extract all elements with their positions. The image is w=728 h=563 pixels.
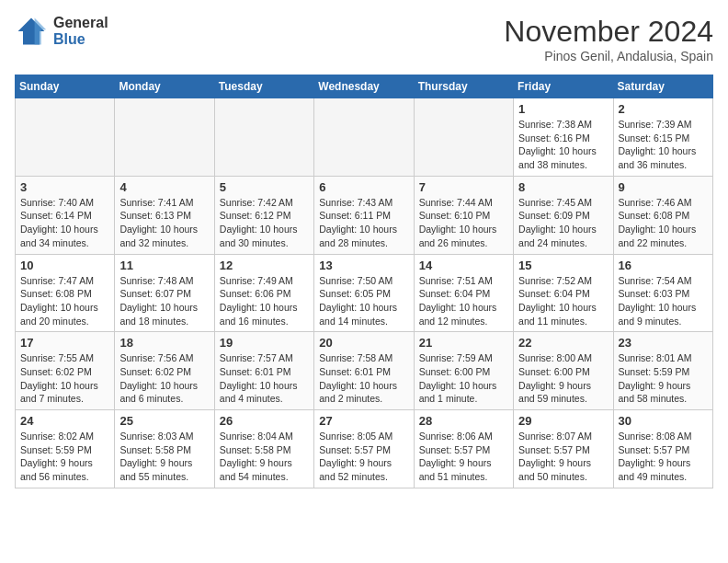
calendar-cell: 24Sunrise: 8:02 AM Sunset: 5:59 PM Dayli… xyxy=(16,410,115,488)
day-number: 17 xyxy=(20,336,109,350)
day-number: 28 xyxy=(419,414,508,428)
calendar-cell xyxy=(314,98,414,177)
day-info: Sunrise: 7:48 AM Sunset: 6:07 PM Dayligh… xyxy=(119,274,209,328)
calendar-cell: 11Sunrise: 7:48 AM Sunset: 6:07 PM Dayli… xyxy=(115,254,214,332)
day-number: 15 xyxy=(518,259,608,272)
weekday-header-wednesday: Wednesday xyxy=(314,75,414,98)
calendar-cell: 18Sunrise: 7:56 AM Sunset: 6:02 PM Dayli… xyxy=(115,332,214,410)
day-number: 26 xyxy=(220,414,309,428)
calendar-cell: 1Sunrise: 7:38 AM Sunset: 6:16 PM Daylig… xyxy=(514,98,613,177)
day-number: 3 xyxy=(20,180,109,194)
calendar-week-5: 24Sunrise: 8:02 AM Sunset: 5:59 PM Dayli… xyxy=(16,410,713,488)
day-number: 30 xyxy=(619,414,708,428)
calendar-cell: 19Sunrise: 7:57 AM Sunset: 6:01 PM Dayli… xyxy=(214,332,313,410)
location-subtitle: Pinos Genil, Andalusia, Spain xyxy=(504,49,713,63)
day-info: Sunrise: 8:07 AM Sunset: 5:57 PM Dayligh… xyxy=(518,430,608,484)
calendar-cell: 10Sunrise: 7:47 AM Sunset: 6:08 PM Dayli… xyxy=(16,254,115,332)
weekday-header-sunday: Sunday xyxy=(16,75,115,98)
day-info: Sunrise: 8:04 AM Sunset: 5:58 PM Dayligh… xyxy=(220,430,309,484)
calendar-table: SundayMondayTuesdayWednesdayThursdayFrid… xyxy=(15,75,713,488)
page-header: General Blue November 2024 Pinos Genil, … xyxy=(15,15,713,63)
weekday-header-monday: Monday xyxy=(115,75,214,98)
day-info: Sunrise: 7:42 AM Sunset: 6:12 PM Dayligh… xyxy=(220,196,309,250)
calendar-cell: 8Sunrise: 7:45 AM Sunset: 6:09 PM Daylig… xyxy=(514,176,613,254)
day-number: 25 xyxy=(119,414,209,428)
weekday-header-saturday: Saturday xyxy=(613,75,712,98)
day-number: 18 xyxy=(119,336,209,350)
day-info: Sunrise: 7:54 AM Sunset: 6:03 PM Dayligh… xyxy=(619,274,708,328)
day-info: Sunrise: 7:49 AM Sunset: 6:06 PM Dayligh… xyxy=(220,274,309,328)
day-number: 16 xyxy=(619,259,708,272)
day-number: 1 xyxy=(518,102,608,116)
day-number: 4 xyxy=(119,180,209,194)
day-info: Sunrise: 7:43 AM Sunset: 6:11 PM Dayligh… xyxy=(319,196,408,250)
day-number: 11 xyxy=(119,259,209,272)
calendar-cell xyxy=(214,98,313,177)
day-number: 5 xyxy=(220,180,309,194)
calendar-cell: 25Sunrise: 8:03 AM Sunset: 5:58 PM Dayli… xyxy=(115,410,214,488)
day-info: Sunrise: 7:41 AM Sunset: 6:13 PM Dayligh… xyxy=(119,196,209,250)
day-info: Sunrise: 7:47 AM Sunset: 6:08 PM Dayligh… xyxy=(20,274,109,328)
calendar-cell: 3Sunrise: 7:40 AM Sunset: 6:14 PM Daylig… xyxy=(16,176,115,254)
weekday-header-thursday: Thursday xyxy=(414,75,513,98)
day-number: 19 xyxy=(220,336,309,350)
day-number: 13 xyxy=(319,259,408,272)
calendar-cell xyxy=(115,98,214,177)
calendar-cell: 12Sunrise: 7:49 AM Sunset: 6:06 PM Dayli… xyxy=(214,254,313,332)
day-info: Sunrise: 8:02 AM Sunset: 5:59 PM Dayligh… xyxy=(20,430,109,484)
day-number: 20 xyxy=(319,336,408,350)
calendar-cell: 15Sunrise: 7:52 AM Sunset: 6:04 PM Dayli… xyxy=(514,254,613,332)
day-info: Sunrise: 7:55 AM Sunset: 6:02 PM Dayligh… xyxy=(20,351,109,406)
day-number: 29 xyxy=(518,414,608,428)
day-info: Sunrise: 8:01 AM Sunset: 5:59 PM Dayligh… xyxy=(619,351,708,406)
day-number: 23 xyxy=(619,336,708,350)
day-number: 27 xyxy=(319,414,408,428)
logo-blue: Blue xyxy=(53,31,108,48)
calendar-cell: 28Sunrise: 8:06 AM Sunset: 5:57 PM Dayli… xyxy=(414,410,513,488)
day-number: 2 xyxy=(619,102,708,116)
logo: General Blue xyxy=(15,15,108,48)
calendar-cell: 2Sunrise: 7:39 AM Sunset: 6:15 PM Daylig… xyxy=(613,98,712,177)
day-info: Sunrise: 8:05 AM Sunset: 5:57 PM Dayligh… xyxy=(319,430,408,484)
day-info: Sunrise: 7:45 AM Sunset: 6:09 PM Dayligh… xyxy=(518,196,608,250)
day-info: Sunrise: 7:59 AM Sunset: 6:00 PM Dayligh… xyxy=(419,351,508,406)
calendar-cell: 6Sunrise: 7:43 AM Sunset: 6:11 PM Daylig… xyxy=(314,176,414,254)
calendar-cell: 13Sunrise: 7:50 AM Sunset: 6:05 PM Dayli… xyxy=(314,254,414,332)
day-info: Sunrise: 7:38 AM Sunset: 6:16 PM Dayligh… xyxy=(518,118,608,172)
day-info: Sunrise: 7:56 AM Sunset: 6:02 PM Dayligh… xyxy=(119,351,209,406)
day-info: Sunrise: 8:08 AM Sunset: 5:57 PM Dayligh… xyxy=(619,430,708,484)
weekday-header-row: SundayMondayTuesdayWednesdayThursdayFrid… xyxy=(16,75,713,98)
day-info: Sunrise: 8:00 AM Sunset: 6:00 PM Dayligh… xyxy=(518,351,608,406)
calendar-cell: 26Sunrise: 8:04 AM Sunset: 5:58 PM Dayli… xyxy=(214,410,313,488)
title-block: November 2024 Pinos Genil, Andalusia, Sp… xyxy=(504,15,713,63)
day-number: 22 xyxy=(518,336,608,350)
calendar-cell: 5Sunrise: 7:42 AM Sunset: 6:12 PM Daylig… xyxy=(214,176,313,254)
month-title: November 2024 xyxy=(504,15,713,49)
calendar-cell: 27Sunrise: 8:05 AM Sunset: 5:57 PM Dayli… xyxy=(314,410,414,488)
calendar-cell: 14Sunrise: 7:51 AM Sunset: 6:04 PM Dayli… xyxy=(414,254,513,332)
calendar-week-1: 1Sunrise: 7:38 AM Sunset: 6:16 PM Daylig… xyxy=(16,98,713,177)
day-info: Sunrise: 7:52 AM Sunset: 6:04 PM Dayligh… xyxy=(518,274,608,328)
logo-icon xyxy=(15,15,48,48)
day-number: 7 xyxy=(419,180,508,194)
day-info: Sunrise: 8:03 AM Sunset: 5:58 PM Dayligh… xyxy=(119,430,209,484)
day-info: Sunrise: 7:51 AM Sunset: 6:04 PM Dayligh… xyxy=(419,274,508,328)
calendar-cell: 23Sunrise: 8:01 AM Sunset: 5:59 PM Dayli… xyxy=(613,332,712,410)
calendar-cell: 20Sunrise: 7:58 AM Sunset: 6:01 PM Dayli… xyxy=(314,332,414,410)
weekday-header-friday: Friday xyxy=(514,75,613,98)
day-info: Sunrise: 7:58 AM Sunset: 6:01 PM Dayligh… xyxy=(319,351,408,406)
day-number: 8 xyxy=(518,180,608,194)
logo-text: General Blue xyxy=(53,15,108,47)
day-info: Sunrise: 7:44 AM Sunset: 6:10 PM Dayligh… xyxy=(419,196,508,250)
calendar-cell: 16Sunrise: 7:54 AM Sunset: 6:03 PM Dayli… xyxy=(613,254,712,332)
calendar-cell xyxy=(16,98,115,177)
day-number: 14 xyxy=(419,259,508,272)
calendar-cell xyxy=(414,98,513,177)
day-info: Sunrise: 7:57 AM Sunset: 6:01 PM Dayligh… xyxy=(220,351,309,406)
calendar-cell: 4Sunrise: 7:41 AM Sunset: 6:13 PM Daylig… xyxy=(115,176,214,254)
calendar-cell: 29Sunrise: 8:07 AM Sunset: 5:57 PM Dayli… xyxy=(514,410,613,488)
day-info: Sunrise: 7:50 AM Sunset: 6:05 PM Dayligh… xyxy=(319,274,408,328)
calendar-week-3: 10Sunrise: 7:47 AM Sunset: 6:08 PM Dayli… xyxy=(16,254,713,332)
day-number: 6 xyxy=(319,180,408,194)
day-number: 24 xyxy=(20,414,109,428)
